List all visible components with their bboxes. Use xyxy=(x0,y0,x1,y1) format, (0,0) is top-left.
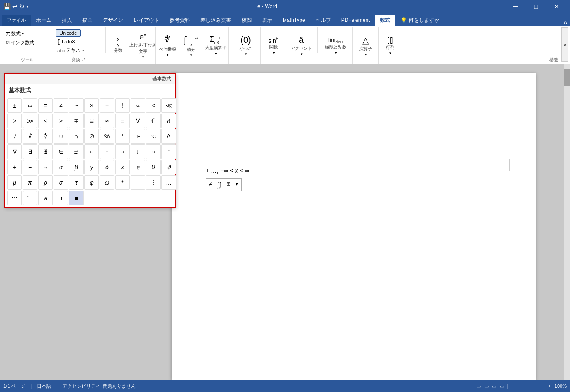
operator-button[interactable]: △ 演算子 ▾ xyxy=(357,35,375,57)
symbol-geq[interactable]: ≥ xyxy=(54,114,68,128)
symbol-degC[interactable]: °C xyxy=(146,129,161,144)
vertical-scrollbar[interactable] xyxy=(564,64,570,380)
symbol-gamma[interactable]: γ xyxy=(84,160,99,174)
view-normal-icon[interactable]: ▭ xyxy=(477,383,481,389)
symbol-pi[interactable]: π xyxy=(23,175,37,190)
symbol-horiz-dots[interactable]: … xyxy=(161,175,176,190)
view-print-icon[interactable]: ▭ xyxy=(492,383,496,389)
symbol-union[interactable]: ∪ xyxy=(54,129,68,144)
operator-dropdown[interactable]: ▾ xyxy=(365,52,367,57)
tab-equation[interactable]: 数式 xyxy=(375,15,395,26)
symbol-diag-dots[interactable]: ⋱ xyxy=(23,191,37,205)
symbol-minus[interactable]: − xyxy=(23,160,37,174)
tab-home[interactable]: ホーム xyxy=(31,15,57,26)
integral-button[interactable]: ∫ -x -x 積分 ▾ xyxy=(182,35,200,57)
symbol-mu[interactable]: μ xyxy=(7,175,22,190)
matrix-dropdown[interactable]: ▾ xyxy=(389,51,391,55)
symbol-aleph[interactable]: א xyxy=(38,191,53,205)
scrollbar-thumb[interactable] xyxy=(564,69,570,86)
symbol-equals[interactable]: = xyxy=(38,98,53,113)
undo-icon[interactable]: ↩ xyxy=(12,3,18,10)
eq-grid-button[interactable]: ⊞ xyxy=(224,180,233,190)
symbol-vert-dots[interactable]: ⋮ xyxy=(146,175,161,190)
symbol-partial[interactable]: ∂ xyxy=(161,114,176,128)
symbol-omega[interactable]: ω xyxy=(100,175,114,190)
symbol-degree[interactable]: ° xyxy=(115,129,130,144)
symbol-equiv[interactable]: ≡ xyxy=(115,114,130,128)
eq-dropdown-button[interactable]: ▾ xyxy=(233,180,240,190)
text-button[interactable]: abc テキスト xyxy=(56,46,87,54)
bracket-button[interactable]: (0) かっこ ▾ xyxy=(237,35,255,57)
symbol-sigma[interactable]: σ xyxy=(54,175,68,190)
integral-dropdown[interactable]: ▾ xyxy=(190,53,192,57)
accent-button[interactable]: ä アクセント ▾ xyxy=(292,35,310,57)
symbol-epsilon[interactable]: ε xyxy=(115,160,130,174)
fraction-button[interactable]: x y 分数 xyxy=(109,34,127,56)
symbol-cbrt[interactable]: ∛ xyxy=(23,129,37,144)
zoom-slider[interactable]: ──────── xyxy=(518,383,545,389)
script-dropdown[interactable]: ▾ xyxy=(142,55,144,59)
tab-search[interactable]: 💡 何をしますか xyxy=(395,15,445,26)
symbol-not[interactable]: ¬ xyxy=(38,160,53,174)
convert-expand-icon[interactable]: ↗ xyxy=(81,57,86,62)
tab-file[interactable]: ファイル xyxy=(2,15,31,26)
symbol-theta[interactable]: θ xyxy=(146,160,161,174)
symbol-complex[interactable]: ℂ xyxy=(146,114,161,128)
save-icon[interactable]: 💾 xyxy=(3,3,11,10)
symbol-black-square[interactable]: ■ xyxy=(69,191,84,205)
symbol-times[interactable]: × xyxy=(84,98,99,113)
symbol-minus-plus[interactable]: ∓ xyxy=(69,114,84,128)
symbol-phi[interactable]: φ xyxy=(84,175,99,190)
symbol-not-exists[interactable]: ∄ xyxy=(38,144,53,159)
symbol-rho[interactable]: ρ xyxy=(38,175,53,190)
symbol-much-less[interactable]: ≪ xyxy=(161,98,176,113)
symbol-therefore[interactable]: ∴ xyxy=(161,144,176,159)
symbol-alpha[interactable]: α xyxy=(54,160,68,174)
symbol-percent[interactable]: % xyxy=(100,129,114,144)
large-op-dropdown[interactable]: ▾ xyxy=(215,51,217,56)
symbol-empty-set[interactable]: ∅ xyxy=(84,129,99,144)
radical-dropdown[interactable]: ▾ xyxy=(167,53,169,57)
symbol-beth[interactable]: ב xyxy=(54,191,68,205)
tab-design[interactable]: デザイン xyxy=(98,15,128,26)
large-op-button[interactable]: Σi=0n 大型演算子 ▾ xyxy=(207,35,225,57)
symbol-dot[interactable]: · xyxy=(131,175,145,190)
symbol-intersect[interactable]: ∩ xyxy=(69,129,84,144)
eq-neq-button[interactable]: ≠ xyxy=(207,180,215,190)
symbol-left-arrow[interactable]: ← xyxy=(84,144,99,159)
symbol-tau[interactable]: τ xyxy=(69,175,84,190)
symbol-factorial[interactable]: ! xyxy=(115,98,130,113)
matrix-button[interactable]: [|] 行列 ▾ xyxy=(381,35,399,57)
tab-review[interactable]: 校閲 xyxy=(236,15,257,26)
symbol-greater-than[interactable]: > xyxy=(7,114,22,128)
tab-references[interactable]: 参考資料 xyxy=(164,15,195,26)
symbol-delta-upper[interactable]: Δ xyxy=(161,129,176,144)
tab-mathtype[interactable]: MathType xyxy=(278,15,310,26)
close-button[interactable]: ✕ xyxy=(547,0,567,13)
latex-button[interactable]: {} LaTeX xyxy=(56,38,77,45)
symbol-vartheta[interactable]: ϑ xyxy=(161,160,176,174)
tab-insert[interactable]: 挿入 xyxy=(57,15,77,26)
symbol-delta[interactable]: δ xyxy=(100,160,114,174)
symbol-tilde[interactable]: ~ xyxy=(69,98,84,113)
equation-button[interactable]: π 数式 ▾ xyxy=(4,29,26,38)
redo-icon[interactable]: ↻ xyxy=(19,3,24,10)
equation-dropdown[interactable]: ▾ xyxy=(22,31,24,36)
symbol-lr-arrow[interactable]: ↔ xyxy=(146,144,161,159)
symbol-exists[interactable]: ∃ xyxy=(23,144,37,159)
symbol-not-equal[interactable]: ≠ xyxy=(54,98,68,113)
symbol-varepsilon[interactable]: ϵ xyxy=(131,160,145,174)
tab-layout[interactable]: レイアウト xyxy=(128,15,164,26)
maximize-button[interactable]: □ xyxy=(526,0,546,13)
symbol-infinity[interactable]: ∞ xyxy=(23,98,37,113)
symbol-plus[interactable]: + xyxy=(7,160,22,174)
symbol-4thrt[interactable]: ∜ xyxy=(38,129,53,144)
view-reading-icon[interactable]: ▭ xyxy=(484,383,489,389)
zoom-out-icon[interactable]: − xyxy=(512,383,515,389)
symbol-up-arrow[interactable]: ↑ xyxy=(100,144,114,159)
view-web-icon[interactable]: ▭ xyxy=(500,383,504,389)
symbol-down-arrow[interactable]: ↓ xyxy=(131,144,145,159)
minimize-button[interactable]: ─ xyxy=(506,0,525,13)
tab-mailings[interactable]: 差し込み文書 xyxy=(195,15,236,26)
symbol-mid-dots[interactable]: ⋯ xyxy=(7,191,22,205)
